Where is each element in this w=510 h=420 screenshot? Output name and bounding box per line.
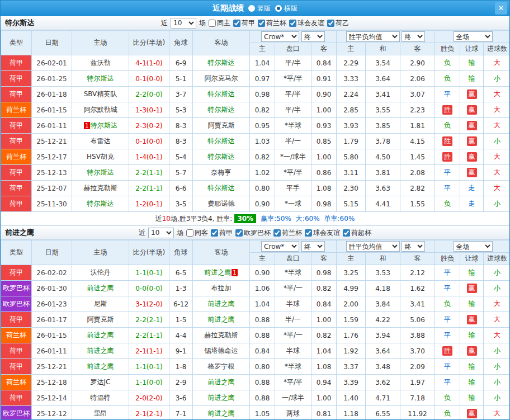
league-filter-checkbox[interactable] bbox=[258, 20, 265, 27]
goals-result-cell: 小 bbox=[484, 375, 510, 390]
match-scope-select[interactable]: 全场 bbox=[454, 31, 493, 42]
euro-loss-odds: 7.18 bbox=[400, 390, 435, 406]
league-filter-checkbox[interactable] bbox=[305, 229, 312, 237]
euro-win-odds: 3.25 bbox=[337, 265, 366, 281]
euro-loss-odds: 2.23 bbox=[400, 102, 435, 118]
match-score: 3-1(2-0) bbox=[129, 296, 169, 312]
odds-company-select[interactable]: Crow* bbox=[261, 241, 299, 252]
away-team-cell: 阿贾克斯 bbox=[193, 118, 250, 134]
asian-away-odds: 1.00 bbox=[311, 312, 337, 328]
asian-handicap: 半/一 bbox=[275, 312, 311, 328]
match-count-select[interactable]: 10 bbox=[171, 18, 196, 29]
goals-result-value: 小 bbox=[494, 362, 500, 370]
asian-home-odds: 0.84 bbox=[250, 343, 275, 359]
same-venue-checkbox[interactable] bbox=[209, 20, 216, 27]
avg-odds-select[interactable]: 胜平负均值 bbox=[346, 241, 400, 252]
asian-away-odds: 0.84 bbox=[311, 55, 337, 71]
handicap-result-value: 赢 bbox=[467, 315, 477, 324]
matches-label: 场 bbox=[177, 228, 183, 238]
result-cell: 平 bbox=[435, 328, 460, 343]
euro-win-odds: 2.85 bbox=[337, 102, 366, 118]
match-scope-select[interactable]: 全场 bbox=[454, 241, 493, 252]
league-filter[interactable]: 荷乙 bbox=[327, 18, 349, 28]
asian-away-odds: 0.85 bbox=[311, 134, 337, 149]
match-score: 2-2(0-0) bbox=[129, 87, 169, 102]
result-value: 胜 bbox=[442, 105, 452, 115]
league-filter[interactable]: 球会友谊 bbox=[305, 228, 340, 238]
goals-result-value: 小 bbox=[494, 378, 500, 386]
final-odds-select2[interactable]: 终 bbox=[402, 241, 425, 252]
handicap-result-cell: 输 bbox=[460, 359, 484, 375]
goals-result-value: 大 bbox=[494, 409, 500, 417]
result-value: 平 bbox=[444, 184, 451, 192]
league-filter-checkbox[interactable] bbox=[273, 229, 281, 237]
euro-draw-odds: 3.84 bbox=[366, 296, 400, 312]
team-name: 布雷达 bbox=[91, 137, 111, 145]
league-badge: 荷甲 bbox=[1, 71, 32, 87]
match-score: 0-0(0-0) bbox=[129, 281, 169, 296]
league-filter-checkbox[interactable] bbox=[233, 20, 240, 27]
goals-result-value: 大 bbox=[494, 300, 500, 308]
league-filter[interactable]: 欧罗巴杯 bbox=[235, 228, 271, 238]
goals-result-value: 小 bbox=[494, 137, 500, 145]
result-cell: 平 bbox=[435, 375, 460, 390]
sub-handicap: 盘口 bbox=[275, 253, 311, 265]
goals-result-value: 大 bbox=[494, 59, 500, 67]
table-header-row: 类型 日期 主场 比分(半场) 角球 客场 Crow* 终 胜平负均值 终 bbox=[1, 31, 510, 43]
summary-segment: 30% bbox=[234, 214, 256, 223]
asian-away-odds: 1.08 bbox=[311, 181, 337, 196]
league-filter[interactable]: 荷甲 bbox=[211, 228, 233, 238]
same-venue-checkbox[interactable] bbox=[186, 229, 193, 237]
sub-win: 主 bbox=[337, 253, 366, 265]
league-filter[interactable]: 球会友谊 bbox=[289, 18, 324, 28]
euro-draw-odds: 3.54 bbox=[366, 55, 400, 71]
league-filter[interactable]: 荷兰杯 bbox=[273, 228, 302, 238]
league-badge: 荷甲 bbox=[1, 390, 32, 406]
odds-company-select[interactable]: Crow* bbox=[261, 31, 299, 42]
match-count-select[interactable]: 10 bbox=[148, 228, 174, 238]
league-filter-checkbox[interactable] bbox=[289, 20, 296, 27]
result-cell: 负 bbox=[435, 390, 460, 406]
layout-radio-vertical[interactable]: 竖版 bbox=[248, 4, 271, 13]
layout-radio-horizontal[interactable]: 横版 bbox=[275, 4, 298, 13]
same-venue-filter[interactable]: 同客 bbox=[186, 228, 208, 238]
goals-result-cell: 小 bbox=[484, 196, 510, 212]
asian-home-odds: 1.04 bbox=[250, 55, 275, 71]
asian-handicap: *平/半 bbox=[275, 71, 311, 87]
result-value: 负 bbox=[444, 121, 451, 129]
match-date: 25-12-07 bbox=[32, 181, 72, 196]
sub-loss: 客 bbox=[400, 43, 435, 55]
league-filter-checkbox[interactable] bbox=[211, 229, 218, 237]
sub-result: 胜负 bbox=[435, 253, 460, 265]
league-filter-checkbox[interactable] bbox=[327, 20, 334, 27]
final-odds-select[interactable]: 终 bbox=[301, 241, 325, 252]
final-odds-select2[interactable]: 终 bbox=[402, 31, 425, 42]
result-value: 胜 bbox=[442, 152, 452, 162]
goals-result-value: 大 bbox=[494, 315, 500, 323]
same-venue-filter[interactable]: 同主 bbox=[209, 18, 230, 28]
summary-segment: 大:60% bbox=[296, 214, 320, 224]
league-filter-checkbox[interactable] bbox=[235, 229, 243, 237]
corner-count: 1-5 bbox=[169, 312, 193, 328]
league-filter[interactable]: 荷兰杯 bbox=[258, 18, 286, 28]
final-odds-select[interactable]: 终 bbox=[301, 31, 325, 42]
handicap-result-cell: 走 bbox=[460, 181, 484, 196]
asian-away-odds: 0.91 bbox=[311, 71, 337, 87]
close-button[interactable]: ✕ bbox=[495, 2, 507, 15]
team-name: 特尔斯达 bbox=[208, 90, 235, 98]
handicap-result-value: 输 bbox=[469, 394, 475, 402]
home-team-cell: 特温特 bbox=[72, 390, 129, 406]
league-badge: 荷甲 bbox=[1, 359, 32, 375]
asian-handicap: *一/球半 bbox=[275, 149, 311, 165]
match-score: 1-1(0-1) bbox=[129, 359, 169, 375]
euro-loss-odds: 1.97 bbox=[400, 375, 435, 390]
league-filter-checkbox[interactable] bbox=[343, 229, 350, 237]
league-filter[interactable]: 荷超杯 bbox=[343, 228, 371, 238]
asian-home-odds: 0.88 bbox=[250, 328, 275, 343]
avg-odds-select[interactable]: 胜平负均值 bbox=[346, 31, 400, 42]
col-corner: 角球 bbox=[169, 31, 193, 55]
match-date: 25-12-21 bbox=[32, 134, 72, 149]
league-filter[interactable]: 荷甲 bbox=[233, 18, 255, 28]
euro-loss-odds: 2.90 bbox=[400, 55, 435, 71]
corner-count: 5-4 bbox=[169, 149, 193, 165]
